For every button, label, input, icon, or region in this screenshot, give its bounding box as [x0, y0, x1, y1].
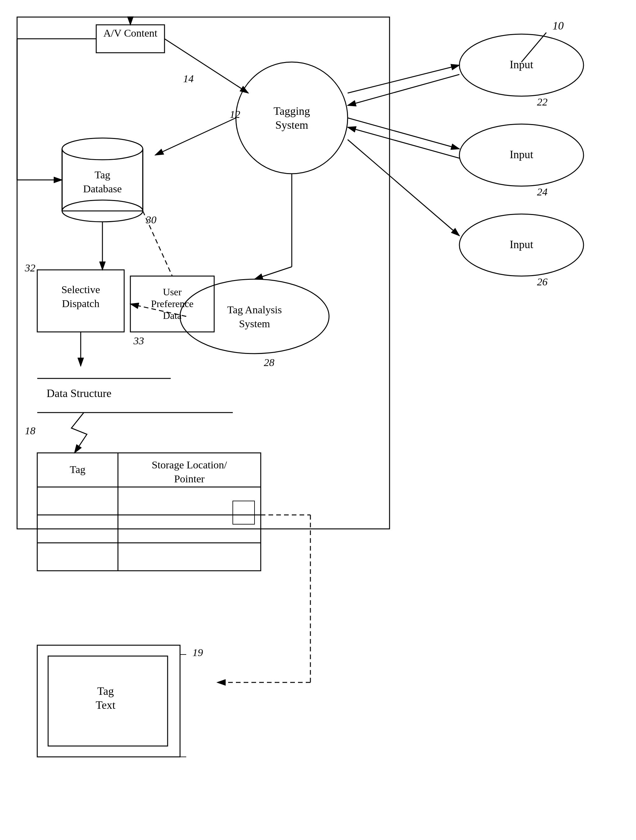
tag-text-label2: Text [96, 699, 115, 711]
diagram: 10 A/V Content 14 Tagging System 12 Inpu… [0, 0, 636, 840]
ref-19: 19 [193, 647, 203, 658]
tag-database-label1: Tag [95, 169, 111, 180]
svg-rect-0 [17, 17, 389, 529]
input3-label: Input [509, 238, 533, 251]
svg-line-3 [165, 39, 248, 93]
user-pref-label2: Preference [151, 298, 194, 309]
diagram-svg: 10 A/V Content 14 Tagging System 12 Inpu… [0, 0, 636, 840]
tag-database-label2: Database [83, 183, 122, 194]
svg-point-23 [180, 279, 329, 354]
tag-analysis-label1: Tag Analysis [227, 304, 282, 316]
storage-col-header2: Pointer [174, 473, 205, 485]
svg-line-22 [143, 211, 172, 276]
ref-33: 33 [133, 335, 144, 346]
svg-line-25 [255, 267, 292, 279]
tag-col-header: Tag [70, 464, 85, 475]
ref-28: 28 [264, 357, 274, 368]
ref-22: 22 [537, 96, 547, 107]
tagging-system-label: Tagging [274, 105, 310, 117]
ref-26: 26 [537, 276, 547, 287]
tagging-system-label2: System [275, 119, 308, 131]
ref-18: 18 [25, 425, 35, 436]
input1-label: Input [509, 58, 533, 71]
svg-point-4 [236, 62, 348, 174]
ref-32: 32 [25, 262, 35, 273]
tag-analysis-label2: System [239, 318, 270, 329]
ref-24: 24 [537, 186, 547, 197]
tag-text-label1: Tag [97, 685, 114, 697]
user-pref-label1: User [163, 286, 182, 297]
ref-14: 14 [183, 73, 194, 84]
svg-point-15 [62, 138, 143, 160]
user-pref-label3: Data [163, 310, 182, 321]
svg-line-13 [155, 118, 236, 155]
ref-10: 10 [552, 19, 564, 32]
av-content-label: A/V Content [103, 27, 158, 39]
selective-dispatch-label1: Selective [62, 284, 100, 295]
svg-rect-38 [233, 501, 255, 524]
selective-dispatch-label2: Dispatch [62, 298, 100, 309]
input2-label: Input [509, 148, 533, 161]
data-structure-label: Data Structure [47, 387, 111, 399]
storage-col-header1: Storage Location/ [152, 459, 227, 471]
svg-line-10 [348, 118, 459, 149]
